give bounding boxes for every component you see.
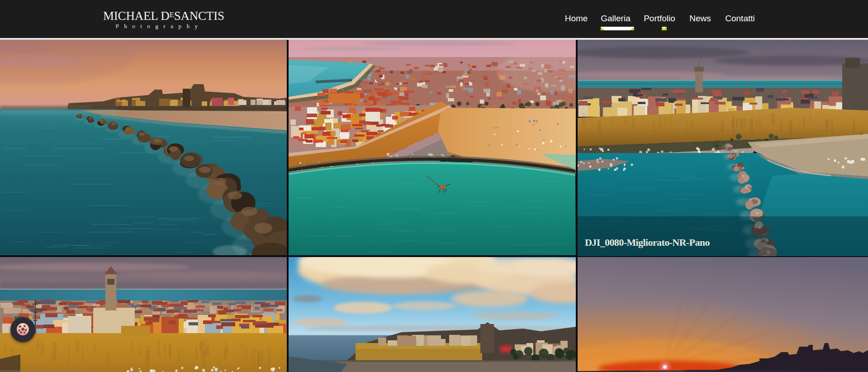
svg-text:DJI_0080-Migliorato-NR-Pano: DJI_0080-Migliorato-NR-Pano bbox=[585, 237, 710, 248]
